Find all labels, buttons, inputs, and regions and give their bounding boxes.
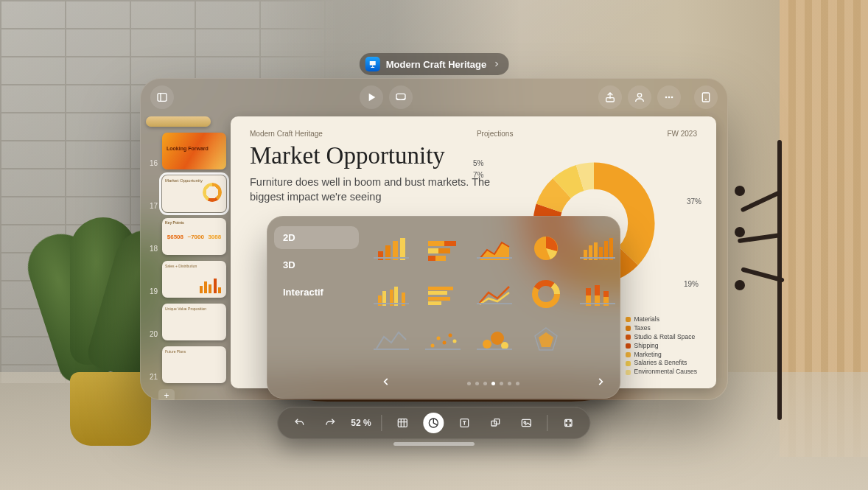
insert-chart-button[interactable] (424, 413, 444, 433)
callout-7: 7% (473, 171, 483, 179)
toggle-sidebar-button[interactable] (150, 85, 174, 109)
chart-type-line[interactable] (371, 319, 412, 354)
slide-thumb-17[interactable]: 17 Market Opportunity (147, 175, 226, 212)
svg-point-57 (443, 341, 447, 345)
insert-table-button[interactable] (393, 413, 413, 433)
redo-button[interactable] (320, 413, 340, 433)
svg-rect-20 (378, 251, 383, 260)
chart-type-pie[interactable] (525, 228, 567, 263)
svg-rect-1 (372, 66, 373, 68)
slide-edition-label: FW 2023 (667, 130, 697, 138)
svg-point-60 (483, 340, 491, 349)
slide-thumb-21[interactable]: 21 Future Plans (147, 346, 226, 383)
svg-rect-43 (428, 291, 447, 295)
slide-thumb-16[interactable]: 16 Looking Forward (147, 133, 226, 169)
undo-button[interactable] (289, 413, 309, 433)
document-title: Modern Craft Heritage (386, 59, 487, 70)
slide-body[interactable]: Furniture does well in boom and bust mar… (250, 175, 493, 204)
callout-5: 5% (473, 159, 483, 167)
svg-point-59 (453, 340, 457, 343)
chart-legend: Materials Taxes Studio & Retail Space Sh… (626, 315, 697, 377)
insert-comment-button[interactable] (559, 413, 579, 433)
more-button[interactable] (657, 85, 681, 109)
picker-next-button[interactable] (591, 374, 610, 393)
chart-type-donut[interactable] (525, 273, 567, 309)
svg-rect-42 (428, 287, 453, 290)
svg-point-12 (705, 99, 707, 100)
rehearse-button[interactable] (389, 85, 413, 109)
svg-rect-44 (428, 297, 450, 301)
window-grabber[interactable] (393, 442, 475, 446)
chart-type-bar[interactable] (371, 228, 412, 263)
chart-type-hbar-grouped[interactable] (422, 273, 463, 309)
slide-section-label: Projections (477, 130, 513, 138)
svg-point-7 (637, 94, 641, 97)
svg-rect-54 (603, 291, 609, 297)
chart-type-bar-multi[interactable] (577, 228, 618, 263)
svg-point-10 (671, 97, 673, 99)
picker-page-dots (467, 382, 519, 385)
slide-thumb-20[interactable]: 20 Unique Value Proposition (147, 304, 226, 340)
tab-2d[interactable]: 2D (274, 226, 359, 249)
svg-rect-73 (522, 419, 531, 426)
bottom-toolbar: 52 % (277, 407, 590, 439)
svg-rect-2 (371, 67, 374, 68)
insert-shape-button[interactable] (486, 413, 506, 433)
chart-type-bubble[interactable] (474, 319, 515, 354)
chart-picker-tabs: 2D 3D Interactif (267, 216, 366, 399)
picker-prev-button[interactable] (377, 374, 396, 393)
svg-rect-45 (428, 301, 441, 305)
chart-type-grid (366, 216, 634, 399)
chart-type-bar-stacked[interactable] (577, 273, 618, 309)
svg-point-58 (449, 334, 452, 337)
format-inspector-button[interactable] (694, 85, 718, 109)
play-button[interactable] (360, 85, 383, 109)
chart-type-line-multi[interactable] (474, 273, 515, 309)
chart-type-bar-grouped[interactable] (371, 273, 412, 309)
chart-picker-popover: 2D 3D Interactif (267, 216, 620, 399)
svg-rect-29 (428, 256, 435, 261)
callout-37: 37% (687, 197, 701, 206)
svg-point-61 (491, 332, 504, 345)
slide-thumb-15[interactable]: 15 (147, 116, 226, 127)
svg-rect-25 (428, 241, 444, 246)
tab-3d[interactable]: 3D (274, 253, 359, 276)
chart-type-scatter[interactable] (422, 319, 463, 354)
svg-rect-0 (370, 61, 376, 66)
insert-media-button[interactable] (517, 413, 537, 433)
keynote-app-icon (365, 57, 380, 71)
zoom-level[interactable]: 52 % (351, 418, 371, 428)
svg-rect-52 (595, 285, 600, 295)
svg-rect-3 (158, 94, 167, 102)
callout-19: 19% (684, 280, 699, 288)
svg-point-55 (431, 344, 435, 348)
slide-thumb-19[interactable]: 19 Sales + Distribution (147, 261, 226, 298)
slide-doc-label: Modern Craft Heritage (250, 130, 323, 138)
svg-point-8 (665, 97, 668, 99)
svg-marker-64 (539, 332, 553, 347)
chevron-right-icon (492, 59, 500, 70)
chart-type-radar[interactable] (525, 319, 567, 354)
slide-thumb-18[interactable]: 18 Key Points $6508 ~7000 3088 (147, 218, 226, 255)
svg-point-56 (437, 337, 441, 340)
add-slide-button[interactable]: + (158, 389, 175, 400)
share-button[interactable] (598, 85, 622, 109)
chart-type-hbar-stacked[interactable] (422, 228, 463, 263)
insert-text-button[interactable] (455, 413, 475, 433)
slide-navigator[interactable]: 15 16 Looking Forward 17 Market Opportun… (140, 116, 231, 400)
svg-point-9 (668, 97, 671, 99)
tab-interactive[interactable]: Interactif (274, 281, 359, 304)
window-toolbar (140, 78, 728, 116)
svg-point-74 (524, 421, 526, 424)
svg-rect-65 (399, 419, 407, 427)
chart-type-area[interactable] (474, 228, 515, 263)
window-title-pill[interactable]: Modern Craft Heritage (360, 53, 509, 75)
collaborate-button[interactable] (628, 85, 651, 109)
svg-rect-27 (428, 248, 438, 253)
svg-rect-50 (586, 288, 591, 295)
